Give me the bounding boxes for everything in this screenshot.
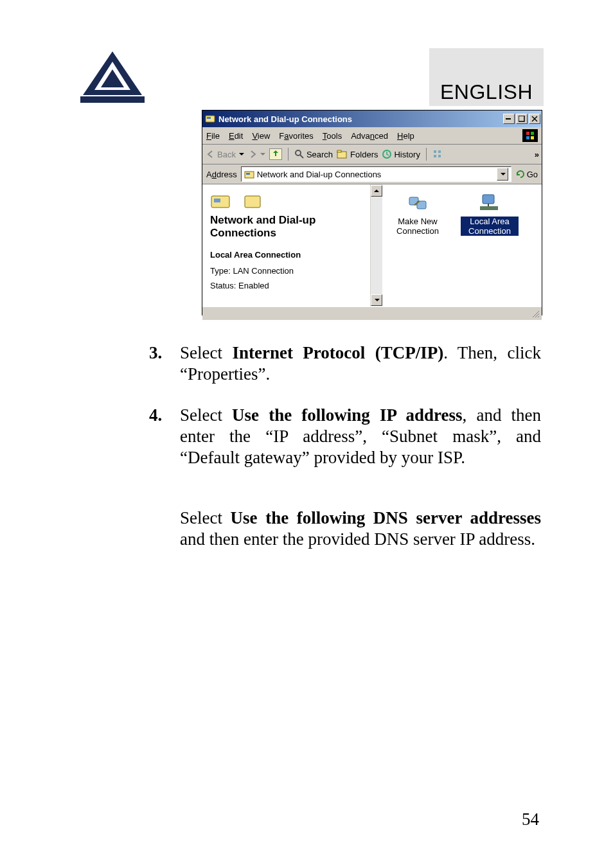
- search-button[interactable]: Search: [294, 149, 333, 159]
- instruction-step-3: 3. Select Internet Protocol (TCP/IP). Th…: [149, 342, 541, 385]
- menu-help[interactable]: Help: [397, 131, 414, 141]
- scroll-down-button[interactable]: [371, 294, 382, 306]
- windows-flag-icon: [522, 129, 538, 142]
- step4-bold: Use the following IP address: [232, 405, 462, 425]
- folder-icon: [244, 191, 263, 210]
- step3-bold: Internet Protocol (TCP/IP): [232, 343, 443, 362]
- history-button[interactable]: History: [382, 149, 420, 159]
- svg-rect-26: [214, 199, 220, 202]
- go-icon: [515, 169, 526, 179]
- menu-file[interactable]: File: [206, 131, 220, 141]
- item-label: Make New Connection: [396, 217, 439, 236]
- svg-rect-10: [526, 132, 529, 135]
- chevron-down-icon: [260, 153, 265, 155]
- go-button[interactable]: Go: [515, 169, 538, 179]
- connections-folder-icon: [210, 191, 232, 210]
- network-connections-window: Network and Dial-up Connections File Edi…: [202, 110, 542, 315]
- folder-icon: [244, 169, 254, 179]
- instruction-step-5: Select Use the following DNS server addr…: [180, 508, 541, 550]
- chevron-down-icon: [239, 153, 244, 155]
- step-number: 4.: [149, 405, 162, 426]
- address-value: Network and Dial-up Connections: [257, 170, 382, 179]
- svg-rect-5: [207, 117, 211, 119]
- folders-button[interactable]: Folders: [337, 149, 378, 159]
- menu-favorites[interactable]: Favorites: [279, 131, 313, 141]
- language-text: ENGLISH: [440, 80, 533, 104]
- local-area-connection-item[interactable]: Local Area Connection: [461, 192, 519, 236]
- svg-rect-3: [80, 96, 145, 103]
- search-icon: [294, 149, 305, 159]
- menu-view[interactable]: View: [252, 131, 270, 141]
- resize-grip-icon: [531, 310, 540, 319]
- svg-rect-11: [531, 132, 534, 135]
- go-label: Go: [527, 170, 538, 179]
- item-label: Local Area Connection: [461, 217, 519, 236]
- pane-title: Network and Dial-up Connections: [210, 214, 362, 240]
- svg-rect-21: [434, 155, 436, 157]
- instruction-step-4: 4. Select Use the following IP address, …: [149, 405, 541, 468]
- lan-connection-icon: [479, 192, 501, 214]
- svg-rect-24: [246, 173, 250, 175]
- window-controls: [503, 114, 540, 124]
- maximize-button[interactable]: [516, 114, 528, 124]
- titlebar: Network and Dial-up Connections: [202, 111, 542, 127]
- svg-rect-20: [438, 150, 441, 153]
- step3-text-a: Select: [180, 343, 232, 362]
- history-label: History: [394, 150, 420, 159]
- up-folder-button[interactable]: [269, 148, 282, 160]
- step5-text-b: and then enter the provided DNS server I…: [180, 529, 535, 549]
- search-label: Search: [306, 150, 333, 159]
- svg-rect-30: [483, 195, 494, 204]
- window-icon: [205, 114, 215, 124]
- svg-rect-31: [480, 206, 498, 210]
- content-area: Network and Dial-up Connections Local Ar…: [202, 184, 542, 306]
- folders-label: Folders: [350, 150, 378, 159]
- language-header: ENGLISH: [429, 48, 544, 106]
- address-label: Address: [206, 170, 237, 179]
- back-label: Back: [217, 150, 236, 159]
- close-button[interactable]: [529, 114, 540, 124]
- back-button[interactable]: Back: [206, 150, 244, 159]
- left-pane: Network and Dial-up Connections Local Ar…: [202, 184, 371, 306]
- svg-rect-19: [434, 150, 436, 153]
- pane-subtitle: Local Area Connection: [210, 250, 362, 260]
- menu-edit[interactable]: Edit: [229, 131, 243, 141]
- menu-tools[interactable]: Tools: [323, 131, 342, 141]
- separator: [426, 148, 427, 161]
- menubar: File Edit View Favorites Tools Advanced …: [202, 127, 542, 145]
- make-new-connection-item[interactable]: Make New Connection: [389, 192, 447, 236]
- chevron-up-icon: [374, 190, 379, 192]
- history-icon: [382, 149, 392, 159]
- separator: [288, 148, 289, 161]
- toolbar: Back Search Folders: [202, 145, 542, 164]
- menu-advanced[interactable]: Advanced: [351, 131, 388, 141]
- brand-logo: [80, 50, 145, 105]
- window-title: Network and Dial-up Connections: [218, 114, 352, 124]
- page-number: 54: [522, 810, 539, 829]
- svg-line-35: [538, 316, 539, 317]
- svg-rect-27: [245, 196, 260, 208]
- scroll-up-button[interactable]: [371, 185, 382, 197]
- minimize-button[interactable]: [503, 114, 515, 124]
- make-new-connection-icon: [407, 192, 429, 214]
- toolbar-overflow[interactable]: »: [535, 150, 538, 159]
- forward-button[interactable]: [248, 150, 265, 159]
- address-dropdown-button[interactable]: [497, 168, 508, 181]
- svg-rect-12: [526, 136, 529, 139]
- step5-bold: Use the following DNS server addresses: [231, 508, 541, 527]
- step-number: 3.: [149, 342, 162, 364]
- pane-type: Type: LAN Connection: [210, 266, 362, 276]
- views-icon: [432, 149, 443, 159]
- folders-icon: [337, 149, 348, 159]
- step5-text-a: Select: [180, 508, 231, 527]
- pane-status: Status: Enabled: [210, 281, 362, 290]
- views-button[interactable]: [432, 149, 443, 159]
- step4-text-a: Select: [180, 405, 232, 425]
- svg-rect-17: [337, 150, 341, 152]
- address-input[interactable]: Network and Dial-up Connections: [241, 166, 511, 182]
- connections-list: Make New Connection Local Area Connectio…: [382, 184, 542, 306]
- scrollbar[interactable]: [371, 184, 382, 306]
- chevron-down-icon: [501, 173, 506, 175]
- svg-rect-7: [519, 116, 524, 121]
- svg-line-15: [300, 155, 303, 158]
